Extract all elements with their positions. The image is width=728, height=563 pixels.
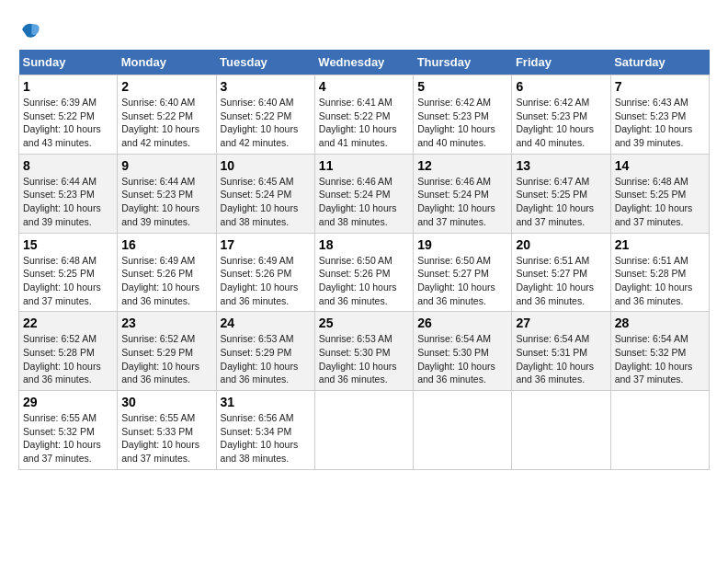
calendar-cell: 8 Sunrise: 6:44 AMSunset: 5:23 PMDayligh… bbox=[19, 154, 118, 233]
calendar-cell: 13 Sunrise: 6:47 AMSunset: 5:25 PMDaylig… bbox=[512, 154, 610, 233]
header-day: Sunday bbox=[19, 50, 118, 75]
day-number: 16 bbox=[121, 237, 211, 252]
calendar-table: SundayMondayTuesdayWednesdayThursdayFrid… bbox=[18, 50, 710, 470]
header-row: SundayMondayTuesdayWednesdayThursdayFrid… bbox=[19, 50, 710, 75]
calendar-cell: 14 Sunrise: 6:48 AMSunset: 5:25 PMDaylig… bbox=[610, 154, 709, 233]
day-number: 14 bbox=[615, 158, 705, 173]
day-info: Sunrise: 6:54 AMSunset: 5:30 PMDaylight:… bbox=[417, 332, 507, 386]
day-info: Sunrise: 6:42 AMSunset: 5:23 PMDaylight:… bbox=[417, 96, 507, 150]
calendar-cell: 31 Sunrise: 6:56 AMSunset: 5:34 PMDaylig… bbox=[216, 391, 314, 470]
calendar-cell: 2 Sunrise: 6:40 AMSunset: 5:22 PMDayligh… bbox=[118, 75, 216, 155]
day-number: 9 bbox=[121, 158, 211, 173]
day-number: 25 bbox=[319, 316, 409, 330]
header bbox=[18, 18, 710, 40]
calendar-cell: 10 Sunrise: 6:45 AMSunset: 5:24 PMDaylig… bbox=[216, 154, 314, 233]
calendar-cell: 3 Sunrise: 6:40 AMSunset: 5:22 PMDayligh… bbox=[216, 75, 314, 155]
day-number: 3 bbox=[221, 79, 311, 94]
day-number: 21 bbox=[615, 237, 705, 252]
day-number: 27 bbox=[516, 316, 606, 330]
day-number: 17 bbox=[221, 237, 311, 252]
day-info: Sunrise: 6:40 AMSunset: 5:22 PMDaylight:… bbox=[121, 96, 211, 150]
day-info: Sunrise: 6:40 AMSunset: 5:22 PMDaylight:… bbox=[221, 96, 311, 150]
day-info: Sunrise: 6:49 AMSunset: 5:26 PMDaylight:… bbox=[121, 254, 211, 308]
calendar-cell: 19 Sunrise: 6:50 AMSunset: 5:27 PMDaylig… bbox=[414, 233, 512, 312]
day-info: Sunrise: 6:51 AMSunset: 5:27 PMDaylight:… bbox=[516, 254, 606, 308]
calendar-cell: 16 Sunrise: 6:49 AMSunset: 5:26 PMDaylig… bbox=[118, 233, 216, 312]
day-number: 29 bbox=[23, 395, 113, 409]
calendar-cell: 12 Sunrise: 6:46 AMSunset: 5:24 PMDaylig… bbox=[414, 154, 512, 233]
day-info: Sunrise: 6:46 AMSunset: 5:24 PMDaylight:… bbox=[417, 175, 507, 229]
calendar-cell: 28 Sunrise: 6:54 AMSunset: 5:32 PMDaylig… bbox=[610, 312, 709, 391]
calendar-cell: 11 Sunrise: 6:46 AMSunset: 5:24 PMDaylig… bbox=[314, 154, 413, 233]
day-number: 8 bbox=[23, 158, 113, 173]
day-number: 31 bbox=[221, 395, 311, 409]
day-number: 4 bbox=[319, 79, 409, 94]
calendar-cell: 1 Sunrise: 6:39 AMSunset: 5:22 PMDayligh… bbox=[19, 75, 118, 155]
calendar-cell: 6 Sunrise: 6:42 AMSunset: 5:23 PMDayligh… bbox=[512, 75, 610, 155]
calendar-week-row: 15 Sunrise: 6:48 AMSunset: 5:25 PMDaylig… bbox=[19, 233, 710, 312]
header-day: Friday bbox=[512, 50, 610, 75]
day-info: Sunrise: 6:52 AMSunset: 5:29 PMDaylight:… bbox=[121, 332, 211, 386]
calendar-cell bbox=[314, 391, 413, 470]
header-day: Tuesday bbox=[216, 50, 314, 75]
day-number: 30 bbox=[121, 395, 211, 409]
day-info: Sunrise: 6:55 AMSunset: 5:32 PMDaylight:… bbox=[23, 411, 113, 465]
day-info: Sunrise: 6:43 AMSunset: 5:23 PMDaylight:… bbox=[615, 96, 705, 150]
calendar-week-row: 29 Sunrise: 6:55 AMSunset: 5:32 PMDaylig… bbox=[19, 391, 710, 470]
header-day: Saturday bbox=[610, 50, 709, 75]
calendar-cell: 22 Sunrise: 6:52 AMSunset: 5:28 PMDaylig… bbox=[19, 312, 118, 391]
day-info: Sunrise: 6:55 AMSunset: 5:33 PMDaylight:… bbox=[121, 411, 211, 465]
calendar-cell: 29 Sunrise: 6:55 AMSunset: 5:32 PMDaylig… bbox=[19, 391, 118, 470]
calendar-cell bbox=[610, 391, 709, 470]
day-info: Sunrise: 6:45 AMSunset: 5:24 PMDaylight:… bbox=[221, 175, 311, 229]
day-info: Sunrise: 6:44 AMSunset: 5:23 PMDaylight:… bbox=[23, 175, 113, 229]
day-number: 6 bbox=[516, 79, 606, 94]
day-number: 19 bbox=[417, 237, 507, 252]
calendar-week-row: 22 Sunrise: 6:52 AMSunset: 5:28 PMDaylig… bbox=[19, 312, 710, 391]
calendar-cell: 26 Sunrise: 6:54 AMSunset: 5:30 PMDaylig… bbox=[414, 312, 512, 391]
day-info: Sunrise: 6:46 AMSunset: 5:24 PMDaylight:… bbox=[319, 175, 409, 229]
calendar-cell: 20 Sunrise: 6:51 AMSunset: 5:27 PMDaylig… bbox=[512, 233, 610, 312]
day-info: Sunrise: 6:48 AMSunset: 5:25 PMDaylight:… bbox=[23, 254, 113, 308]
header-day: Wednesday bbox=[314, 50, 413, 75]
day-info: Sunrise: 6:44 AMSunset: 5:23 PMDaylight:… bbox=[121, 175, 211, 229]
day-number: 24 bbox=[221, 316, 311, 330]
day-info: Sunrise: 6:56 AMSunset: 5:34 PMDaylight:… bbox=[221, 411, 311, 465]
calendar-cell: 21 Sunrise: 6:51 AMSunset: 5:28 PMDaylig… bbox=[610, 233, 709, 312]
day-info: Sunrise: 6:54 AMSunset: 5:31 PMDaylight:… bbox=[516, 332, 606, 386]
day-number: 2 bbox=[121, 79, 211, 94]
day-number: 1 bbox=[23, 79, 113, 94]
calendar-week-row: 1 Sunrise: 6:39 AMSunset: 5:22 PMDayligh… bbox=[19, 75, 710, 155]
day-number: 20 bbox=[516, 237, 606, 252]
day-number: 22 bbox=[23, 316, 113, 330]
day-info: Sunrise: 6:47 AMSunset: 5:25 PMDaylight:… bbox=[516, 175, 606, 229]
calendar-cell: 4 Sunrise: 6:41 AMSunset: 5:22 PMDayligh… bbox=[314, 75, 413, 155]
day-info: Sunrise: 6:39 AMSunset: 5:22 PMDaylight:… bbox=[23, 96, 113, 150]
day-info: Sunrise: 6:49 AMSunset: 5:26 PMDaylight:… bbox=[221, 254, 311, 308]
calendar-cell: 9 Sunrise: 6:44 AMSunset: 5:23 PMDayligh… bbox=[118, 154, 216, 233]
calendar-cell: 7 Sunrise: 6:43 AMSunset: 5:23 PMDayligh… bbox=[610, 75, 709, 155]
calendar-cell: 23 Sunrise: 6:52 AMSunset: 5:29 PMDaylig… bbox=[118, 312, 216, 391]
day-number: 10 bbox=[221, 158, 311, 173]
day-number: 18 bbox=[319, 237, 409, 252]
calendar-cell: 5 Sunrise: 6:42 AMSunset: 5:23 PMDayligh… bbox=[414, 75, 512, 155]
day-info: Sunrise: 6:53 AMSunset: 5:30 PMDaylight:… bbox=[319, 332, 409, 386]
day-info: Sunrise: 6:42 AMSunset: 5:23 PMDaylight:… bbox=[516, 96, 606, 150]
day-info: Sunrise: 6:52 AMSunset: 5:28 PMDaylight:… bbox=[23, 332, 113, 386]
day-info: Sunrise: 6:50 AMSunset: 5:27 PMDaylight:… bbox=[417, 254, 507, 308]
day-info: Sunrise: 6:51 AMSunset: 5:28 PMDaylight:… bbox=[615, 254, 705, 308]
day-number: 12 bbox=[417, 158, 507, 173]
day-number: 26 bbox=[417, 316, 507, 330]
day-number: 28 bbox=[615, 316, 705, 330]
calendar-cell: 27 Sunrise: 6:54 AMSunset: 5:31 PMDaylig… bbox=[512, 312, 610, 391]
calendar-cell bbox=[414, 391, 512, 470]
day-number: 5 bbox=[417, 79, 507, 94]
day-number: 15 bbox=[23, 237, 113, 252]
calendar-cell: 24 Sunrise: 6:53 AMSunset: 5:29 PMDaylig… bbox=[216, 312, 314, 391]
calendar-cell: 18 Sunrise: 6:50 AMSunset: 5:26 PMDaylig… bbox=[314, 233, 413, 312]
header-day: Monday bbox=[118, 50, 216, 75]
day-number: 23 bbox=[121, 316, 211, 330]
calendar-cell: 30 Sunrise: 6:55 AMSunset: 5:33 PMDaylig… bbox=[118, 391, 216, 470]
day-info: Sunrise: 6:54 AMSunset: 5:32 PMDaylight:… bbox=[615, 332, 705, 386]
day-info: Sunrise: 6:53 AMSunset: 5:29 PMDaylight:… bbox=[221, 332, 311, 386]
